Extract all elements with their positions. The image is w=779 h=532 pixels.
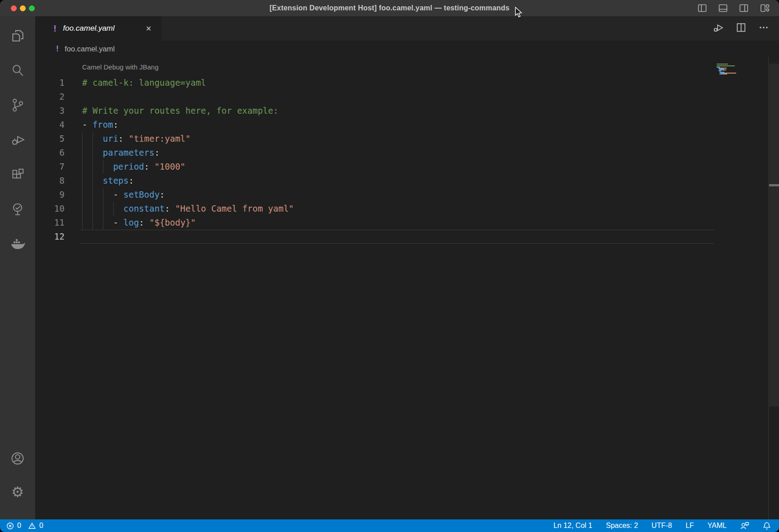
- scrollbar[interactable]: [768, 57, 779, 519]
- code-lines: # camel-k: language=yaml# Write your rou…: [35, 76, 713, 244]
- close-tab-icon[interactable]: ✕: [144, 23, 153, 34]
- indent-guide-icon: [93, 202, 93, 216]
- indent-guide-icon: [82, 146, 83, 160]
- toggle-secondary-sidebar-icon[interactable]: [738, 3, 749, 14]
- code-line-12[interactable]: [35, 230, 713, 244]
- indent-guide-icon: [93, 160, 93, 174]
- code-line-5[interactable]: uri: "timer:yaml": [35, 132, 713, 146]
- problems-status[interactable]: 0 0: [6, 522, 43, 530]
- indent-guide-icon: [103, 202, 103, 216]
- indent-guide-icon: [103, 188, 103, 202]
- explorer-icon[interactable]: [0, 18, 35, 53]
- code-text: # camel-k: language=yaml: [82, 78, 206, 88]
- indentation-status[interactable]: Spaces: 2: [606, 522, 638, 530]
- code-line-9[interactable]: - setBody:: [35, 188, 713, 202]
- language-mode-status[interactable]: YAML: [708, 522, 727, 530]
- run-or-debug-icon[interactable]: [713, 22, 724, 35]
- indent-guide-icon: [103, 160, 103, 174]
- tab-label: foo.camel.yaml: [63, 24, 114, 33]
- code-line-8[interactable]: steps:: [35, 174, 713, 188]
- minimize-window-button[interactable]: [20, 5, 26, 11]
- extensions-icon[interactable]: [0, 157, 35, 192]
- editor-group: ! foo.camel.yaml ✕: [35, 16, 779, 519]
- code-text: # Write your routes here, for example:: [82, 106, 278, 116]
- code-line-7[interactable]: period: "1000": [35, 160, 713, 174]
- code-text: uri: "timer:yaml": [82, 134, 190, 143]
- activity-bar: ⚙: [0, 16, 35, 519]
- window-controls: [11, 0, 35, 16]
- docker-icon[interactable]: [0, 227, 35, 261]
- feedback-icon[interactable]: [740, 522, 749, 530]
- yaml-file-icon: !: [52, 23, 57, 33]
- indent-guide-icon: [93, 132, 93, 146]
- notifications-bell-icon[interactable]: [763, 522, 771, 530]
- code-text: - setBody:: [82, 190, 165, 199]
- eol-status[interactable]: LF: [686, 522, 694, 530]
- warning-count: 0: [39, 522, 43, 530]
- indent-guide-icon: [93, 146, 93, 160]
- code-line-3[interactable]: # Write your routes here, for example:: [35, 104, 713, 118]
- error-icon: [6, 522, 14, 530]
- tab-bar: ! foo.camel.yaml ✕: [35, 16, 779, 41]
- window-title: [Extension Development Host] foo.camel.y…: [269, 4, 510, 12]
- zoom-window-button[interactable]: [29, 5, 35, 11]
- indent-guide-icon: [82, 132, 83, 146]
- code-text: - log: "${body}": [82, 217, 196, 227]
- indent-guide-icon: [82, 174, 83, 188]
- code-text: - from:: [82, 120, 118, 130]
- more-actions-icon[interactable]: [758, 22, 769, 35]
- code-text: parameters:: [82, 148, 160, 157]
- code-line-11[interactable]: - log: "${body}": [35, 216, 713, 230]
- layout-controls: [697, 0, 770, 16]
- editor-actions: [713, 16, 769, 41]
- error-count: 0: [17, 522, 21, 530]
- minimap-line: [717, 74, 758, 75]
- code-line-2[interactable]: [35, 90, 713, 104]
- scrollbar-slider[interactable]: [769, 64, 779, 407]
- run-and-debug-icon[interactable]: [0, 122, 35, 157]
- customize-layout-icon[interactable]: [759, 3, 770, 14]
- warning-icon: [28, 522, 36, 530]
- status-bar: 0 0 Ln 12, Col 1 Spaces: 2 UTF-8 LF YAML: [0, 519, 779, 532]
- code-text: constant: "Hello Camel from yaml": [82, 204, 294, 213]
- test-tree-icon[interactable]: [0, 192, 35, 227]
- code-text: period: "1000": [82, 162, 185, 171]
- indent-guide-icon: [93, 216, 93, 230]
- editor[interactable]: Camel Debug with JBang 123456789101112 #…: [35, 57, 779, 519]
- toggle-primary-sidebar-icon[interactable]: [697, 3, 708, 14]
- breadcrumb-file[interactable]: foo.camel.yaml: [65, 45, 115, 53]
- close-window-button[interactable]: [11, 5, 17, 11]
- breadcrumb[interactable]: ! foo.camel.yaml: [35, 41, 779, 57]
- split-editor-icon[interactable]: [736, 22, 747, 35]
- code-text: steps:: [82, 176, 134, 185]
- indent-guide-icon: [93, 174, 93, 188]
- encoding-status[interactable]: UTF-8: [652, 522, 672, 530]
- vscode-window: [Extension Development Host] foo.camel.y…: [0, 0, 779, 532]
- indent-guide-icon: [82, 216, 83, 230]
- accounts-icon[interactable]: [0, 442, 35, 475]
- minimap[interactable]: [713, 64, 758, 75]
- toggle-panel-icon[interactable]: [718, 3, 728, 14]
- activity-bar-bottom: ⚙: [0, 442, 35, 519]
- overview-ruler-cursor-marker: [769, 184, 779, 186]
- title-bar[interactable]: [Extension Development Host] foo.camel.y…: [0, 0, 779, 16]
- code-line-6[interactable]: parameters:: [35, 146, 713, 160]
- tab-foo-camel-yaml[interactable]: ! foo.camel.yaml ✕: [35, 16, 162, 41]
- indent-guide-icon: [103, 216, 103, 230]
- indent-guide-icon: [93, 188, 93, 202]
- workbench: ⚙ ! foo.camel.yaml ✕: [0, 16, 779, 519]
- code-line-10[interactable]: constant: "Hello Camel from yaml": [35, 202, 713, 216]
- yaml-file-icon: !: [55, 44, 60, 53]
- search-icon[interactable]: [0, 53, 35, 88]
- cursor-position-status[interactable]: Ln 12, Col 1: [553, 522, 592, 530]
- codelens-camel-debug[interactable]: Camel Debug with JBang: [82, 63, 158, 71]
- indent-guide-icon: [82, 188, 83, 202]
- code-line-1[interactable]: # camel-k: language=yaml: [35, 76, 713, 90]
- code-line-4[interactable]: - from:: [35, 118, 713, 132]
- indent-guide-icon: [82, 160, 83, 174]
- indent-guide-icon: [113, 202, 114, 216]
- settings-gear-icon[interactable]: ⚙: [0, 475, 35, 509]
- indent-guide-icon: [82, 202, 83, 216]
- source-control-icon[interactable]: [0, 88, 35, 122]
